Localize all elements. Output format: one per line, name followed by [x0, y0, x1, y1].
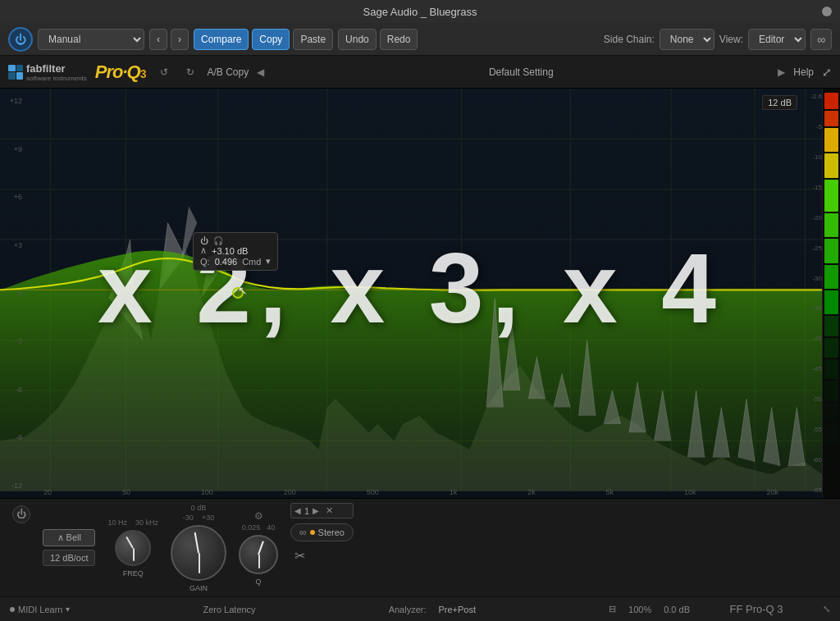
midi-learn-label[interactable]: MIDI Learn: [18, 605, 62, 614]
scissors-icon: ✂: [294, 548, 305, 564]
link-button[interactable]: ∞: [810, 29, 832, 50]
band-close-icon[interactable]: ✕: [326, 505, 333, 516]
proq-superscript: 3: [140, 67, 147, 80]
frequency-labels: 20 50 100 200 500 1k 2k 5k 10k 20k: [0, 488, 822, 496]
action-buttons: Compare Copy Paste: [194, 29, 333, 50]
analyzer-value[interactable]: Pre+Post: [438, 605, 476, 614]
sidechain-select[interactable]: None: [660, 29, 714, 50]
vu-dark-7: [824, 446, 838, 466]
band-number: 1: [304, 506, 309, 516]
vu-green-active-2: [824, 213, 838, 237]
stereo-dot: [310, 530, 315, 535]
vu-red-2: [824, 111, 838, 127]
default-setting-label: Default Setting: [272, 66, 769, 78]
q-knob-group: ⚙ 0.025 40 Q: [239, 510, 278, 586]
copy-button[interactable]: Copy: [252, 29, 290, 50]
eq-band-point[interactable]: [232, 287, 244, 299]
undo-button[interactable]: Undo: [338, 29, 377, 50]
arrow-right-icon[interactable]: ▶: [778, 66, 785, 78]
preset-dropdown[interactable]: Manual: [38, 29, 144, 50]
vu-dark-3: [824, 359, 838, 379]
band-power-button[interactable]: ⏻: [12, 505, 30, 523]
status-bar: MIDI Learn ▾ Zero Latency Analyzer: Pre+…: [0, 596, 840, 621]
band-nav-left[interactable]: ◀: [294, 506, 301, 515]
help-button[interactable]: Help: [793, 66, 814, 78]
window-title: Sage Audio _ Bluegrass: [363, 6, 477, 18]
filter-type-buttons: ∧ Bell 12 dB/oct: [43, 529, 95, 566]
gear-icon[interactable]: ⚙: [254, 510, 263, 522]
nav-back-button[interactable]: ‹: [149, 29, 167, 50]
resize-icon[interactable]: ⤡: [823, 604, 830, 614]
arrow-left-icon[interactable]: ◀: [257, 66, 264, 78]
freq-label: FREQ: [123, 569, 144, 578]
window-close-btn[interactable]: [822, 7, 832, 16]
midi-chevron-icon[interactable]: ▾: [66, 605, 70, 614]
popup-power-icon: ⏻: [200, 236, 208, 245]
analyzer-label: Analyzer:: [389, 605, 427, 614]
popup-q-label: Q:: [200, 257, 210, 267]
frequency-knob-group: 10 Hz 30 kHz FREQ: [107, 518, 158, 578]
vu-dark-2: [824, 338, 838, 358]
gain-scale: +12 +9 +6 +3 0 -3 -6 -9 -12: [0, 89, 25, 498]
fabfilter-subtitle: software instruments: [26, 75, 87, 82]
gain-knob-group: 0 dB -30 +30 GAIN: [171, 504, 226, 592]
eq-canvas[interactable]: 12 dB +12 +9 +6 +3 0 -3 -6 -9 -12 x 2, x…: [0, 89, 822, 498]
db-offset-value: 0.0 dB: [664, 605, 690, 614]
bell-filter-button[interactable]: ∧ Bell: [43, 529, 95, 546]
vu-yellow-1: [824, 128, 838, 152]
gain-min-label: -30: [183, 514, 194, 522]
freq-max-label: 30 kHz: [135, 518, 158, 527]
bottom-controls: ⏻ ∧ Bell 12 dB/oct 10 Hz 30 kHz FREQ 0 d…: [0, 498, 840, 596]
vu-green-active-1: [824, 180, 838, 212]
gain-0db-label: 0 dB: [191, 504, 207, 512]
top-bar: ⏻ Manual ‹ › Compare Copy Paste Undo Red…: [0, 23, 840, 56]
vu-dark-6: [824, 424, 838, 444]
vu-yellow-2: [824, 153, 838, 177]
nav-buttons: ‹ ›: [149, 29, 189, 50]
undo-header-btn[interactable]: ↺: [155, 65, 173, 80]
db-range-label[interactable]: 12 dB: [762, 95, 797, 110]
popup-headphone-icon: 🎧: [213, 236, 223, 245]
nav-forward-button[interactable]: ›: [171, 29, 189, 50]
compare-button[interactable]: Compare: [194, 29, 249, 50]
vu-green-active-4: [824, 265, 838, 289]
plugin-title: FF Pro-Q 3: [702, 603, 810, 615]
undo-redo-buttons: Undo Redo: [338, 29, 418, 50]
vu-red-top: [824, 93, 838, 109]
sidechain-label: Side Chain:: [604, 34, 655, 45]
ab-copy-label: A/B Copy: [208, 66, 249, 78]
power-button[interactable]: ⏻: [8, 27, 33, 52]
view-select[interactable]: Editor: [748, 29, 806, 50]
band-controls-group: ◀ 1 ▶ ✕ ∞ Stereo ✂: [290, 503, 354, 564]
fabfilter-logo: fabfilter software instruments: [8, 62, 87, 82]
gain-label: GAIN: [189, 584, 208, 592]
band-nav-right[interactable]: ▶: [313, 506, 319, 515]
redo-button[interactable]: Redo: [380, 29, 418, 50]
scissors-button[interactable]: ✂: [290, 546, 308, 564]
stereo-button[interactable]: ∞ Stereo: [290, 523, 354, 541]
frequency-knob[interactable]: [115, 530, 151, 566]
popup-gain-value: +3.10 dB: [212, 246, 248, 256]
vu-green-active-5: [824, 290, 838, 314]
plugin-area: fabfilter software instruments Pro·Q3 ↺ …: [0, 56, 840, 596]
redo-header-btn[interactable]: ↻: [181, 65, 199, 80]
midi-learn-group: MIDI Learn ▾: [10, 605, 70, 614]
q-knob[interactable]: [239, 535, 278, 574]
logo-grid-icon: [8, 65, 23, 80]
vu-dark-5: [824, 403, 838, 422]
popup-dropdown-icon: ▾: [266, 256, 271, 267]
gain-knob[interactable]: [171, 525, 226, 581]
vu-meter: [822, 89, 840, 498]
view-label: View:: [719, 34, 743, 45]
paste-button[interactable]: Paste: [293, 29, 333, 50]
slope-button[interactable]: 12 dB/oct: [43, 550, 95, 566]
freq-min-label: 10 Hz: [107, 518, 127, 527]
title-bar: Sage Audio _ Bluegrass: [0, 0, 840, 23]
band-navigation: ◀ 1 ▶ ✕: [290, 503, 354, 518]
stereo-label: Stereo: [318, 527, 345, 537]
popup-gain-arrow: ∧: [200, 245, 207, 256]
expand-button[interactable]: ⤢: [822, 66, 832, 79]
vu-dark-4: [824, 381, 838, 400]
latency-label: Zero Latency: [203, 605, 255, 614]
save-icon[interactable]: ⊟: [609, 604, 616, 614]
